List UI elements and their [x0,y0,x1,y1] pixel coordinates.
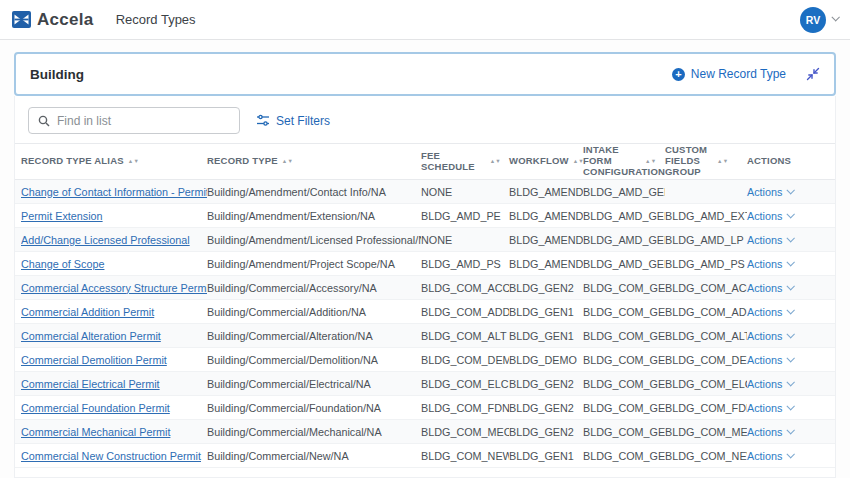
chevron-down-icon [787,426,795,434]
fee-schedule-cell: BLDG_AMD_PS [421,258,509,270]
record-type-cell: Building/Commercial/Demolition/NA [207,354,421,366]
record-type-alias-cell: Commercial Addition Permit [21,306,207,318]
actions-menu-button[interactable]: Actions [747,378,829,390]
table-row: Permit Extension Building/Amendment/Exte… [15,204,835,228]
workflow-cell: BLDG_AMEND [509,186,583,198]
actions-label: Actions [747,378,782,390]
sort-icon[interactable]: ▲▼ [282,159,293,164]
record-type-alias-cell: Commercial Electrical Permit [21,378,207,390]
chevron-down-icon [787,306,795,314]
actions-menu-button[interactable]: Actions [747,234,829,246]
column-header-fee-schedule[interactable]: FEE SCHEDULE ▲▼ [421,151,509,173]
record-type-cell: Building/Commercial/Addition/NA [207,306,421,318]
record-type-cell: Building/Amendment/Extension/NA [207,210,421,222]
chevron-down-icon [787,330,795,338]
intake-form-configuration-cell: BLDG_AMD_GENERAL [583,210,665,222]
column-header-intake-form-configuration[interactable]: INTAKE FORM CONFIGURATION ▲▼ [583,145,665,178]
actions-menu-button[interactable]: Actions [747,282,829,294]
column-header-custom-fields-group[interactable]: CUSTOM FIELDS GROUP ▲▼ [665,145,747,178]
workflow-cell: BLDG_GEN2 [509,426,583,438]
sort-icon[interactable]: ▲▼ [645,159,656,164]
record-type-cell: Building/Commercial/Alteration/NA [207,330,421,342]
actions-menu-button[interactable]: Actions [747,450,829,462]
record-type-alias-link[interactable]: Commercial Addition Permit [21,306,154,318]
actions-menu-button[interactable]: Actions [747,354,829,366]
custom-fields-group-cell: BLDG_COM_ACC [665,282,747,294]
intake-form-configuration-cell: BLDG_COM_GEN [583,354,665,366]
record-type-alias-cell: Commercial Demolition Permit [21,354,207,366]
fee-schedule-cell: BLDG_COM_DEM [421,354,509,366]
actions-menu-button[interactable]: Actions [747,426,829,438]
actions-label: Actions [747,354,782,366]
collapse-icon[interactable] [806,67,820,81]
intake-form-configuration-cell: BLDG_COM_GEN [583,402,665,414]
table-row: Add/Change Licensed Professional Buildin… [15,228,835,252]
custom-fields-group-cell: BLDG_COM_ALT [665,330,747,342]
record-type-alias-cell: Change of Scope [21,258,207,270]
record-type-cell: Building/Commercial/Foundation/NA [207,402,421,414]
sort-icon[interactable]: ▲▼ [717,159,728,164]
record-type-alias-link[interactable]: Commercial Alteration Permit [21,330,161,342]
table-row: Commercial Foundation Permit Building/Co… [15,396,835,420]
workflow-cell: BLDG_GEN1 [509,306,583,318]
intake-form-configuration-cell: BLDG_AMD_GENERAL [583,258,665,270]
record-type-alias-link[interactable]: Commercial Foundation Permit [21,402,170,414]
chevron-down-icon [787,354,795,362]
search-icon [38,115,50,127]
record-type-alias-link[interactable]: Commercial Mechanical Permit [21,426,170,438]
actions-menu-button[interactable]: Actions [747,186,829,198]
record-type-alias-link[interactable]: Permit Extension [21,210,103,222]
new-record-type-button[interactable]: + New Record Type [672,67,786,81]
accela-brand[interactable]: Accela [12,10,94,30]
custom-fields-group-cell: BLDG_COM_ADD [665,306,747,318]
fee-schedule-cell: BLDG_COM_ACC [421,282,509,294]
custom-fields-group-cell: BLDG_AMD_EXT [665,210,747,222]
record-type-alias-link[interactable]: Change of Contact Information - Permit [21,186,207,198]
column-header-actions: ACTIONS [747,156,829,167]
table-row: Commercial Mechanical Permit Building/Co… [15,420,835,444]
set-filters-button[interactable]: Set Filters [256,114,330,128]
workflow-cell: BLDG_GEN1 [509,330,583,342]
chevron-down-icon [787,210,795,218]
column-header-record-type[interactable]: RECORD TYPE ▲▼ [207,156,421,167]
sort-icon[interactable]: ▲▼ [490,159,501,164]
actions-label: Actions [747,306,782,318]
record-type-alias-cell: Commercial Foundation Permit [21,402,207,414]
actions-label: Actions [747,282,782,294]
record-type-alias-cell: Commercial Accessory Structure Permit [21,282,207,294]
actions-menu-button[interactable]: Actions [747,330,829,342]
record-type-alias-link[interactable]: Change of Scope [21,258,104,270]
fee-schedule-cell: BLDG_COM_FDN [421,402,509,414]
search-input[interactable] [57,114,230,128]
user-menu-chevron-down-icon[interactable] [831,13,839,21]
actions-menu-button[interactable]: Actions [747,210,829,222]
fee-schedule-cell: BLDG_COM_NEW [421,450,509,462]
actions-menu-button[interactable]: Actions [747,402,829,414]
workflow-cell: BLDG_AMEND [509,210,583,222]
workflow-cell: BLDG_GEN2 [509,378,583,390]
record-type-alias-cell: Commercial New Construction Permit [21,450,207,462]
chevron-down-icon [787,450,795,458]
chevron-down-icon [787,186,795,194]
sort-icon[interactable]: ▲▼ [128,159,139,164]
table-row: Change of Scope Building/Amendment/Proje… [15,252,835,276]
column-header-workflow[interactable]: WORKFLOW ▲▼ [509,156,583,167]
actions-label: Actions [747,234,782,246]
actions-label: Actions [747,450,782,462]
actions-menu-button[interactable]: Actions [747,306,829,318]
column-header-record-type-alias[interactable]: RECORD TYPE ALIAS ▲▼ [21,156,207,167]
actions-label: Actions [747,426,782,438]
app-bar: Accela Record Types RV [0,0,850,40]
user-avatar[interactable]: RV [800,7,826,33]
workflow-cell: BLDG_DEMO [509,354,583,366]
record-type-cell: Building/Commercial/Electrical/NA [207,378,421,390]
record-type-alias-link[interactable]: Commercial New Construction Permit [21,450,201,462]
record-type-alias-link[interactable]: Add/Change Licensed Professional [21,234,190,246]
record-type-alias-link[interactable]: Commercial Accessory Structure Permit [21,282,207,294]
record-type-alias-link[interactable]: Commercial Demolition Permit [21,354,167,366]
fee-schedule-cell: BLDG_COM_ELC [421,378,509,390]
custom-fields-group-cell: BLDG_AMD_PS [665,258,747,270]
intake-form-configuration-cell: BLDG_AMD_GENERAL [583,234,665,246]
record-type-alias-link[interactable]: Commercial Electrical Permit [21,378,160,390]
actions-menu-button[interactable]: Actions [747,258,829,270]
